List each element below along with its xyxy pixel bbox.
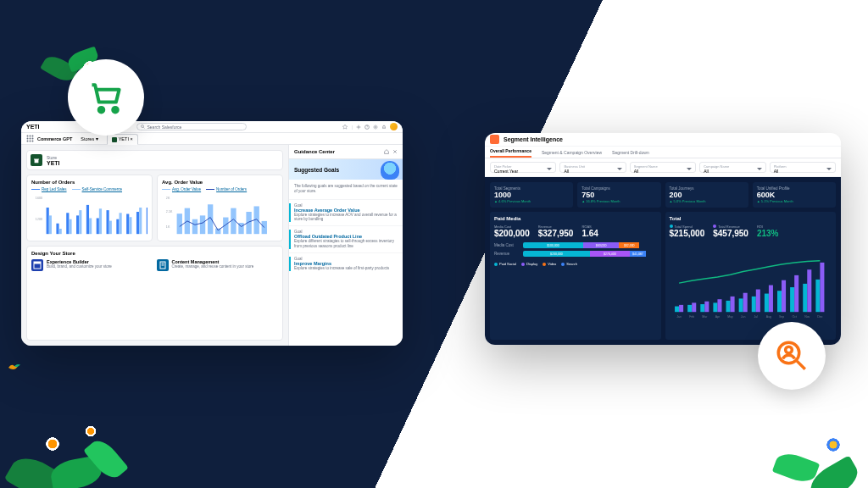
paid-media-card: Paid Media Media Cost$200,000Revenue$327…	[490, 212, 661, 340]
svg-point-17	[30, 141, 31, 142]
tab-yeti[interactable]: YETI ×	[107, 134, 138, 145]
goal-item[interactable]: GoalIncrease Average Order ValueExplore …	[289, 199, 403, 226]
right-tabs: Overall Performance Segment & Campaign O…	[485, 147, 841, 158]
gear-icon[interactable]	[373, 125, 378, 130]
svg-rect-35	[116, 219, 119, 234]
svg-point-9	[375, 125, 376, 127]
svg-rect-33	[107, 210, 109, 234]
svg-rect-41	[147, 208, 147, 234]
svg-text:2K: 2K	[166, 197, 170, 200]
svg-rect-32	[99, 208, 102, 234]
tab-drill-down[interactable]: Segment Drill-down	[612, 150, 649, 158]
svg-text:Dec: Dec	[817, 315, 822, 319]
search-icon	[141, 125, 145, 129]
svg-rect-88	[820, 263, 824, 312]
brand-logo: YETI	[26, 124, 40, 130]
svg-line-6	[143, 127, 144, 128]
filter-platform[interactable]: PlatformAll	[770, 162, 836, 173]
mascot-icon	[381, 161, 399, 180]
svg-point-13	[27, 138, 29, 140]
svg-rect-80	[768, 286, 772, 313]
svg-text:Apr: Apr	[715, 315, 720, 319]
experience-builder-icon	[31, 259, 43, 271]
svg-text:Jun: Jun	[740, 315, 745, 319]
svg-point-12	[32, 136, 34, 137]
metric: ROAS1.64	[581, 225, 598, 238]
svg-rect-77	[751, 297, 755, 312]
metric: Revenue$327,950	[538, 225, 574, 238]
metric: ROI213%	[757, 225, 779, 238]
svg-rect-76	[743, 293, 747, 312]
plus-icon[interactable]	[356, 125, 361, 130]
metric: Total Spend$215,000	[670, 225, 705, 238]
cart-badge	[68, 59, 144, 136]
store-header: StoreYETI	[26, 150, 283, 170]
filter-business unit[interactable]: Business UnitAll	[559, 162, 626, 173]
svg-rect-79	[764, 294, 768, 313]
right-header: Segment Intelligence	[485, 133, 841, 147]
experience-builder-item[interactable]: Experience BuilderBuild, brand, and cust…	[31, 259, 153, 271]
svg-rect-69	[700, 304, 704, 312]
svg-rect-71	[713, 302, 717, 312]
total-card: Total Total Spend$215,000Total Revenue$4…	[665, 212, 837, 340]
stat-card: Total Unified Profile600K▲ 5.1% Previous…	[753, 182, 836, 208]
svg-rect-26	[69, 219, 71, 234]
svg-rect-51	[200, 215, 205, 234]
svg-text:Jul: Jul	[754, 315, 758, 319]
svg-point-11	[30, 136, 31, 137]
svg-text:Feb: Feb	[689, 315, 694, 319]
orders-chart: 1600 1200	[31, 193, 147, 236]
app-launcher-icon[interactable]	[26, 135, 34, 142]
filter-segment name[interactable]: Segment NameAll	[630, 162, 696, 173]
svg-rect-87	[815, 280, 820, 312]
svg-rect-25	[66, 213, 69, 234]
segment-logo-icon	[490, 135, 499, 144]
svg-rect-61	[34, 262, 41, 264]
svg-text:Mar: Mar	[702, 315, 708, 319]
bell-icon[interactable]	[381, 125, 387, 130]
total-chart: JanFebMarAprMayJunJulAugSepOctNovDec	[670, 242, 832, 336]
svg-rect-74	[730, 297, 734, 312]
svg-rect-65	[675, 307, 679, 313]
svg-rect-83	[790, 287, 794, 312]
filter-date picker[interactable]: Date PickerCurrent Year	[490, 162, 556, 173]
goal-item[interactable]: GoalOffload Outdated Product LineExplore…	[289, 225, 403, 252]
left-main: StoreYETI Number of Orders Rep Led Sales…	[21, 145, 288, 346]
svg-point-5	[141, 125, 143, 128]
search-placeholder: Search Salesforce	[147, 125, 182, 130]
svg-point-10	[27, 136, 29, 137]
home-icon[interactable]	[384, 149, 389, 154]
star-icon[interactable]	[342, 125, 348, 130]
svg-rect-21	[47, 208, 49, 234]
svg-rect-34	[109, 221, 112, 235]
svg-text:Jan: Jan	[676, 315, 682, 319]
svg-text:Oct: Oct	[792, 315, 796, 319]
search-person-icon	[774, 338, 810, 374]
avatar[interactable]	[390, 123, 398, 130]
svg-rect-48	[177, 214, 182, 234]
svg-rect-72	[717, 299, 721, 312]
svg-rect-40	[139, 208, 142, 234]
svg-rect-22	[49, 215, 52, 234]
filter-campaign name[interactable]: Campaign NameAll	[699, 162, 765, 173]
search-input[interactable]: Search Salesforce	[136, 123, 247, 130]
help-icon[interactable]: ?	[364, 125, 370, 130]
tab-overall-performance[interactable]: Overall Performance	[490, 148, 531, 158]
svg-point-16	[27, 141, 29, 142]
svg-rect-70	[704, 302, 709, 312]
content-mgmt-item[interactable]: Content ManagementCreate, manage, and re…	[157, 259, 279, 271]
svg-text:?: ?	[366, 125, 368, 129]
svg-point-18	[32, 141, 34, 142]
goal-item[interactable]: GoalImprove MarginsExplore strategies to…	[289, 252, 403, 274]
svg-point-3	[786, 347, 793, 353]
metric: Media Cost$200,000	[494, 225, 530, 238]
svg-line-4	[797, 361, 805, 369]
svg-rect-68	[692, 302, 696, 312]
close-icon[interactable]	[392, 149, 398, 154]
svg-rect-36	[120, 213, 122, 234]
svg-rect-29	[86, 205, 89, 234]
svg-rect-27	[76, 215, 79, 234]
tab-segment-campaign[interactable]: Segment & Campaign Overview	[542, 150, 602, 158]
svg-text:May: May	[727, 315, 733, 319]
aov-chart: 2K 2.5K 1K	[162, 193, 278, 236]
